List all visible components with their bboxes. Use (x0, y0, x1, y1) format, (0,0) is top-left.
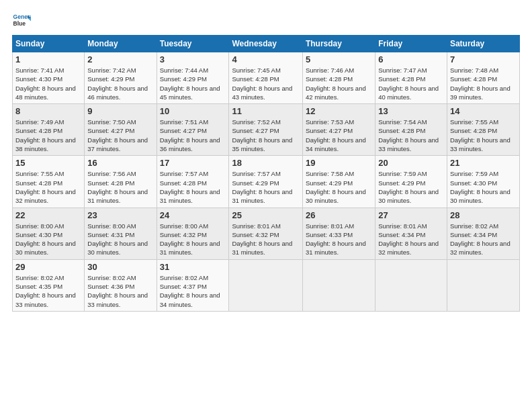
day-info: Sunrise: 7:55 AM Sunset: 4:28 PM Dayligh… (15, 169, 81, 205)
calendar-cell: 25 Sunrise: 8:01 AM Sunset: 4:32 PM Dayl… (229, 208, 302, 259)
day-info: Sunrise: 7:59 AM Sunset: 4:30 PM Dayligh… (450, 169, 517, 205)
calendar-cell: 28 Sunrise: 8:02 AM Sunset: 4:34 PM Dayl… (447, 208, 519, 259)
day-info: Sunrise: 8:02 AM Sunset: 4:35 PM Dayligh… (15, 273, 81, 309)
day-number: 27 (378, 210, 444, 220)
calendar-week-4: 22 Sunrise: 8:00 AM Sunset: 4:30 PM Dayl… (13, 208, 520, 259)
day-info: Sunrise: 8:00 AM Sunset: 4:31 PM Dayligh… (87, 222, 153, 257)
day-info: Sunrise: 8:00 AM Sunset: 4:30 PM Dayligh… (15, 222, 81, 257)
day-number: 14 (450, 106, 517, 116)
day-info: Sunrise: 8:02 AM Sunset: 4:37 PM Dayligh… (160, 273, 226, 309)
day-number: 21 (450, 158, 517, 168)
calendar-week-5: 29 Sunrise: 8:02 AM Sunset: 4:35 PM Dayl… (13, 259, 520, 311)
day-number: 30 (87, 262, 153, 272)
day-info: Sunrise: 7:49 AM Sunset: 4:28 PM Dayligh… (15, 118, 81, 153)
header: General Blue (12, 11, 520, 30)
calendar-dow-wednesday: Wednesday (229, 36, 302, 52)
calendar-cell: 27 Sunrise: 8:01 AM Sunset: 4:34 PM Dayl… (375, 208, 447, 259)
calendar-dow-friday: Friday (375, 36, 447, 52)
day-info: Sunrise: 7:58 AM Sunset: 4:29 PM Dayligh… (306, 169, 372, 205)
day-info: Sunrise: 7:57 AM Sunset: 4:29 PM Dayligh… (232, 169, 299, 205)
day-number: 19 (306, 158, 372, 168)
calendar-week-2: 8 Sunrise: 7:49 AM Sunset: 4:28 PM Dayli… (13, 104, 520, 156)
calendar-cell: 22 Sunrise: 8:00 AM Sunset: 4:30 PM Dayl… (13, 208, 85, 259)
day-number: 8 (15, 106, 81, 116)
day-number: 24 (160, 210, 226, 220)
calendar-dow-saturday: Saturday (447, 36, 519, 52)
calendar-cell: 1 Sunrise: 7:41 AM Sunset: 4:30 PM Dayli… (13, 52, 85, 104)
day-info: Sunrise: 8:01 AM Sunset: 4:33 PM Dayligh… (306, 222, 372, 257)
calendar-table: SundayMondayTuesdayWednesdayThursdayFrid… (12, 35, 520, 312)
calendar-cell: 4 Sunrise: 7:45 AM Sunset: 4:28 PM Dayli… (229, 52, 302, 104)
calendar-dow-tuesday: Tuesday (157, 36, 229, 52)
calendar-week-3: 15 Sunrise: 7:55 AM Sunset: 4:28 PM Dayl… (13, 156, 520, 208)
day-number: 18 (232, 158, 299, 168)
day-info: Sunrise: 7:42 AM Sunset: 4:29 PM Dayligh… (87, 66, 153, 101)
day-number: 28 (450, 210, 517, 220)
calendar-cell: 31 Sunrise: 8:02 AM Sunset: 4:37 PM Dayl… (157, 259, 229, 311)
day-info: Sunrise: 7:44 AM Sunset: 4:29 PM Dayligh… (160, 66, 226, 101)
calendar-cell (375, 259, 447, 311)
calendar-cell: 6 Sunrise: 7:47 AM Sunset: 4:28 PM Dayli… (375, 52, 447, 104)
day-number: 17 (160, 158, 226, 168)
calendar-cell: 10 Sunrise: 7:51 AM Sunset: 4:27 PM Dayl… (157, 104, 229, 156)
day-info: Sunrise: 7:46 AM Sunset: 4:28 PM Dayligh… (306, 66, 372, 101)
day-info: Sunrise: 7:47 AM Sunset: 4:28 PM Dayligh… (378, 66, 444, 101)
day-info: Sunrise: 7:52 AM Sunset: 4:27 PM Dayligh… (232, 118, 299, 153)
day-number: 13 (378, 106, 444, 116)
day-number: 10 (160, 106, 226, 116)
calendar-cell: 21 Sunrise: 7:59 AM Sunset: 4:30 PM Dayl… (447, 156, 519, 208)
calendar-dow-sunday: Sunday (13, 36, 85, 52)
day-info: Sunrise: 7:45 AM Sunset: 4:28 PM Dayligh… (232, 66, 299, 101)
calendar-cell (447, 259, 519, 311)
day-number: 31 (160, 262, 226, 272)
day-number: 1 (15, 54, 81, 64)
day-info: Sunrise: 7:51 AM Sunset: 4:27 PM Dayligh… (160, 118, 226, 153)
day-number: 29 (15, 262, 81, 272)
calendar-cell: 7 Sunrise: 7:48 AM Sunset: 4:28 PM Dayli… (447, 52, 519, 104)
day-info: Sunrise: 7:57 AM Sunset: 4:28 PM Dayligh… (160, 169, 226, 205)
svg-text:Blue: Blue (13, 20, 26, 27)
calendar-dow-monday: Monday (85, 36, 157, 52)
day-info: Sunrise: 7:59 AM Sunset: 4:29 PM Dayligh… (378, 169, 444, 205)
calendar-cell: 13 Sunrise: 7:54 AM Sunset: 4:28 PM Dayl… (375, 104, 447, 156)
day-number: 3 (160, 54, 226, 64)
day-info: Sunrise: 7:41 AM Sunset: 4:30 PM Dayligh… (15, 66, 81, 101)
day-number: 6 (378, 54, 444, 64)
day-info: Sunrise: 7:48 AM Sunset: 4:28 PM Dayligh… (450, 66, 517, 101)
calendar-cell: 3 Sunrise: 7:44 AM Sunset: 4:29 PM Dayli… (157, 52, 229, 104)
calendar-cell: 12 Sunrise: 7:53 AM Sunset: 4:27 PM Dayl… (302, 104, 375, 156)
logo-icon: General Blue (12, 11, 31, 30)
day-number: 12 (306, 106, 372, 116)
calendar-cell: 16 Sunrise: 7:56 AM Sunset: 4:28 PM Dayl… (85, 156, 157, 208)
calendar-cell: 14 Sunrise: 7:55 AM Sunset: 4:28 PM Dayl… (447, 104, 519, 156)
calendar-cell: 24 Sunrise: 8:00 AM Sunset: 4:32 PM Dayl… (157, 208, 229, 259)
calendar-cell: 20 Sunrise: 7:59 AM Sunset: 4:29 PM Dayl… (375, 156, 447, 208)
day-info: Sunrise: 8:01 AM Sunset: 4:34 PM Dayligh… (378, 222, 444, 257)
calendar-cell: 9 Sunrise: 7:50 AM Sunset: 4:27 PM Dayli… (85, 104, 157, 156)
calendar-cell: 17 Sunrise: 7:57 AM Sunset: 4:28 PM Dayl… (157, 156, 229, 208)
calendar-cell: 30 Sunrise: 8:02 AM Sunset: 4:36 PM Dayl… (85, 259, 157, 311)
day-number: 15 (15, 158, 81, 168)
calendar-cell: 11 Sunrise: 7:52 AM Sunset: 4:27 PM Dayl… (229, 104, 302, 156)
day-info: Sunrise: 7:50 AM Sunset: 4:27 PM Dayligh… (87, 118, 153, 153)
calendar-cell (229, 259, 302, 311)
day-number: 16 (87, 158, 153, 168)
day-number: 2 (87, 54, 153, 64)
page-container: General Blue SundayMondayTuesdayWednesda… (0, 0, 532, 411)
calendar-cell: 2 Sunrise: 7:42 AM Sunset: 4:29 PM Dayli… (85, 52, 157, 104)
day-number: 20 (378, 158, 444, 168)
day-number: 4 (232, 54, 299, 64)
calendar-cell: 5 Sunrise: 7:46 AM Sunset: 4:28 PM Dayli… (302, 52, 375, 104)
calendar-dow-thursday: Thursday (302, 36, 375, 52)
day-info: Sunrise: 8:02 AM Sunset: 4:36 PM Dayligh… (87, 273, 153, 309)
day-number: 7 (450, 54, 517, 64)
calendar-week-1: 1 Sunrise: 7:41 AM Sunset: 4:30 PM Dayli… (13, 52, 520, 104)
calendar-cell: 23 Sunrise: 8:00 AM Sunset: 4:31 PM Dayl… (85, 208, 157, 259)
day-number: 26 (306, 210, 372, 220)
day-info: Sunrise: 7:55 AM Sunset: 4:28 PM Dayligh… (450, 118, 517, 153)
day-info: Sunrise: 7:56 AM Sunset: 4:28 PM Dayligh… (87, 169, 153, 205)
calendar-cell: 29 Sunrise: 8:02 AM Sunset: 4:35 PM Dayl… (13, 259, 85, 311)
calendar-cell: 18 Sunrise: 7:57 AM Sunset: 4:29 PM Dayl… (229, 156, 302, 208)
day-info: Sunrise: 7:54 AM Sunset: 4:28 PM Dayligh… (378, 118, 444, 153)
day-info: Sunrise: 7:53 AM Sunset: 4:27 PM Dayligh… (306, 118, 372, 153)
